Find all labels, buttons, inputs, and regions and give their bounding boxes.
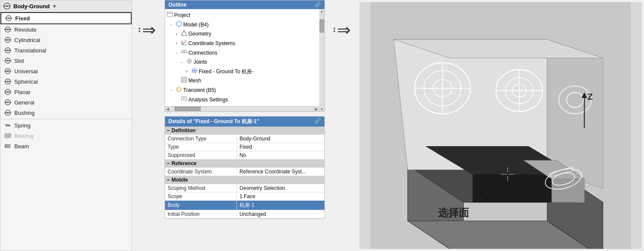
geometry-expand-icon: + xyxy=(175,31,180,37)
body-key: Body xyxy=(165,200,236,210)
svg-point-45 xyxy=(184,50,187,53)
tree-item-connections[interactable]: − Connections xyxy=(165,48,319,58)
panel-title: Body-Ground xyxy=(13,3,50,10)
panel-header: Body-Ground ▼ xyxy=(0,0,132,12)
second-arrow-section: ⇒ xyxy=(327,0,357,38)
bearing-label: Bearing xyxy=(14,133,34,139)
revolute-label: Revolute xyxy=(14,26,36,33)
planar-icon xyxy=(4,88,12,96)
fixed-ground-label: Fixed - Ground To 机座- xyxy=(199,68,254,76)
tree-item-geometry[interactable]: + Geometry xyxy=(165,29,319,39)
menu-item-general[interactable]: General xyxy=(0,97,132,108)
menu-item-spring[interactable]: Spring xyxy=(0,120,132,130)
scroll-thumb[interactable] xyxy=(320,20,324,33)
h-scroll-right[interactable]: ▶ xyxy=(314,107,319,111)
tree-item-coord-systems[interactable]: + Coordinate Systems xyxy=(165,39,319,49)
scroll-down-btn[interactable]: ▼ xyxy=(320,107,324,111)
tree-item-analysis-settings[interactable]: Analysis Settings xyxy=(165,95,319,104)
project-label: Project xyxy=(174,11,190,20)
coord-expand-icon: + xyxy=(175,40,180,46)
menu-item-slot[interactable]: Slot xyxy=(0,55,132,66)
connections-icon xyxy=(181,49,187,57)
outline-h-scrollbar[interactable]: ◀ ▶ xyxy=(165,106,319,111)
initial-position-value: Unchanged xyxy=(236,210,324,218)
section-definition: −Definition xyxy=(165,127,324,135)
joints-expand-icon: − xyxy=(181,59,185,65)
section-reference-label: −Reference xyxy=(165,159,324,167)
menu-item-spherical[interactable]: Spherical xyxy=(0,76,132,87)
svg-text:Z: Z xyxy=(588,92,593,101)
menu-item-bearing[interactable]: Bearing xyxy=(0,130,132,141)
coord-system-value: Reference Coordinate Syst... xyxy=(236,167,324,176)
row-body[interactable]: Body 机座-1 xyxy=(165,200,324,210)
tree-item-project[interactable]: Project xyxy=(165,11,319,20)
scroll-up-btn[interactable]: ▲ xyxy=(320,9,324,13)
fixed-label: Fixed xyxy=(15,15,30,22)
section-mobile-label: −Mobile xyxy=(165,176,324,184)
section-mobile-collapse-icon[interactable]: − xyxy=(167,177,170,183)
menu-item-translational[interactable]: Translational xyxy=(0,45,132,55)
bushing-label: Bushing xyxy=(14,110,35,116)
menu-item-bushing[interactable]: Bushing xyxy=(0,108,132,118)
middle-panel: Outline 🔗 Project − xyxy=(162,0,327,221)
menu-item-beam[interactable]: Beam xyxy=(0,141,132,151)
second-arrow-container: ⇒ xyxy=(333,22,351,38)
h-scroll-left[interactable]: ◀ xyxy=(165,107,170,111)
svg-rect-58 xyxy=(181,97,187,100)
menu-item-universal[interactable]: Universal xyxy=(0,66,132,76)
svg-point-11 xyxy=(7,39,9,41)
geometry-icon xyxy=(181,30,187,39)
arrow-right-1-icon: ⇒ xyxy=(142,22,156,38)
tree-item-model[interactable]: − Model (B4) xyxy=(165,20,319,30)
h-scroll-thumb[interactable] xyxy=(175,107,201,111)
section-collapse-icon[interactable]: − xyxy=(167,127,170,134)
outline-v-scrollbar[interactable]: ▲ ▼ xyxy=(319,9,324,111)
tree-item-joints[interactable]: − Joints xyxy=(165,58,319,67)
cylindrical-icon xyxy=(4,36,12,44)
menu-item-fixed[interactable]: Fixed xyxy=(0,12,132,24)
svg-line-41 xyxy=(182,40,186,45)
tree-item-mesh[interactable]: Mesh xyxy=(165,76,319,86)
analysis-settings-label: Analysis Settings xyxy=(188,96,228,104)
bearing-icon xyxy=(4,132,12,140)
type-value: Fixed xyxy=(236,143,324,151)
svg-point-8 xyxy=(7,29,9,30)
slot-icon xyxy=(4,57,12,65)
outline-panel: Outline 🔗 Project − xyxy=(165,0,325,112)
row-scope: Scope 1 Face xyxy=(165,192,324,200)
details-panel: Details of "Fixed - Ground To 机座-1" 🔗 −D… xyxy=(165,116,325,219)
svg-point-50 xyxy=(194,70,195,72)
outline-tree: Project − Model (B4) + xyxy=(165,9,319,106)
suppressed-value: No xyxy=(236,151,324,159)
menu-item-cylindrical[interactable]: Cylindrical xyxy=(0,35,132,45)
row-type: Type Fixed xyxy=(165,143,324,151)
scope-key: Scope xyxy=(165,192,236,200)
menu-item-revolute[interactable]: Revolute xyxy=(0,24,132,35)
tree-item-fixed-ground[interactable]: + Fixed - Ground To 机座- xyxy=(165,67,319,77)
fixed-icon xyxy=(5,14,13,22)
geometry-label: Geometry xyxy=(188,30,211,38)
section-reference-collapse-icon[interactable]: − xyxy=(167,160,170,166)
fixed-ground-expand-icon: + xyxy=(186,68,190,75)
scoping-method-key: Scoping Method xyxy=(165,184,236,192)
tree-item-transient[interactable]: − ? Transient (B5) xyxy=(165,86,319,95)
svg-point-14 xyxy=(7,49,9,51)
outline-title: Outline 🔗 xyxy=(165,0,324,9)
section-reference: −Reference xyxy=(165,159,324,167)
row-coordinate-system: Coordinate System Reference Coordinate S… xyxy=(165,167,324,176)
svg-rect-35 xyxy=(8,134,10,137)
collapse-expand-btn[interactable]: ⇒ xyxy=(139,22,156,38)
details-title-text: Details of "Fixed - Ground To 机座-1" xyxy=(168,118,259,124)
chinese-label: 选择面 xyxy=(438,207,469,218)
general-label: General xyxy=(14,99,34,106)
slot-label: Slot xyxy=(14,58,24,64)
cylindrical-label: Cylindrical xyxy=(14,37,40,43)
beam-label: Beam xyxy=(14,143,29,150)
scope-value: 1 Face xyxy=(236,192,324,200)
svg-point-23 xyxy=(7,81,9,82)
menu-item-planar[interactable]: Planar xyxy=(0,87,132,97)
arrow-right-2-icon: ⇒ xyxy=(337,22,351,38)
planar-label: Planar xyxy=(14,89,31,95)
coord-system-key: Coordinate System xyxy=(165,167,236,176)
dropdown-arrow-icon[interactable]: ▼ xyxy=(52,4,57,9)
